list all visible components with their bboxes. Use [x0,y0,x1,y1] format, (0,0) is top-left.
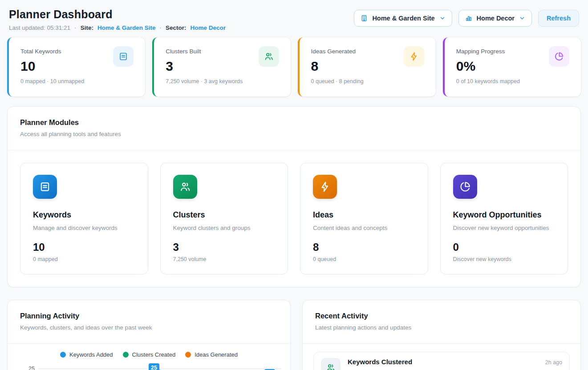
svg-text:25: 25 [151,365,157,370]
module-title: Keywords [33,210,135,220]
site-selector-dropdown[interactable]: Home & Garden Site [354,10,452,27]
legend-dot [123,352,129,358]
module-value: 10 [33,242,135,253]
planning-activity-chart: Keywords Added Clusters Created Ideas Ge… [8,351,290,370]
building-icon [361,15,368,22]
sector-link[interactable]: Home Decor [190,24,226,31]
module-description: Content ideas and concepts [313,225,415,231]
panel-title: Recent Activity [315,312,568,320]
site-label: Site: [81,24,93,31]
activity-content: Keywords Clustered 2h ago 3 new clusters… [348,358,562,370]
module-subtext: 0 queued [313,256,415,262]
planner-dashboard-page: Planner Dashboard Last updated: 05:31:21… [0,0,588,370]
chart-legend: Keywords Added Clusters Created Ideas Ge… [8,351,290,358]
recent-activity-header: Recent Activity Latest planning actions … [303,300,580,344]
panel-subtitle: Access all planning tools and features [20,131,568,137]
module-description: Keyword clusters and groups [173,225,276,231]
modules-grid: Keywords Manage and discover keywords 10… [8,150,580,287]
panel-subtitle: Keywords, clusters, and ideas over the p… [20,324,278,331]
last-updated-text: Last updated: 05:31:21 [9,24,70,31]
activity-title: Keywords Clustered [348,358,412,366]
dot-separator: · [74,24,77,31]
module-title: Clusters [173,210,276,220]
module-description: Manage and discover keywords [33,225,135,231]
legend-label: Clusters Created [132,351,176,358]
legend-label: Keywords Added [69,351,113,358]
module-value: 3 [173,242,276,253]
stat-subtext: 7,250 volume · 3 avg keywords [166,78,280,84]
planner-modules-panel: Planner Modules Access all planning tool… [7,106,581,287]
legend-item-ideas-generated[interactable]: Ideas Generated [185,351,238,358]
module-card-ideas[interactable]: Ideas Content ideas and concepts 8 0 que… [300,163,428,274]
stat-card-total-keywords: Total Keywords 10 0 mapped · 10 unmapped [7,37,145,97]
site-selector-value: Home & Garden Site [372,15,434,22]
document-icon [33,175,57,199]
meta-row: Last updated: 05:31:21 · Site: Home & Ga… [9,24,226,31]
lightning-icon [313,175,337,199]
panel-subtitle: Latest planning actions and updates [315,324,568,331]
recent-activity-panel: Recent Activity Latest planning actions … [302,300,581,370]
legend-item-keywords-added[interactable]: Keywords Added [60,351,113,358]
users-icon [259,46,279,67]
stat-subtext: 0 mapped · 10 unmapped [20,78,134,84]
point-label-badge-25: 25 [149,363,159,370]
module-card-keyword-opportunities[interactable]: Keyword Opportunities Discover new keywo… [440,163,568,274]
planner-modules-header: Planner Modules Access all planning tool… [8,107,580,150]
sector-selector-value: Home Decor [477,15,515,22]
bottom-row: Planning Activity Keywords, clusters, an… [7,300,581,370]
planning-activity-header: Planning Activity Keywords, clusters, an… [8,300,290,344]
stats-row: Total Keywords 10 0 mapped · 10 unmapped… [7,37,581,97]
module-title: Keyword Opportunities [453,210,556,220]
legend-label: Ideas Generated [195,351,238,358]
topbar: Planner Dashboard Last updated: 05:31:21… [7,8,581,31]
chevron-down-icon [519,15,525,21]
activity-timestamp: 2h ago [545,359,562,366]
planning-activity-panel: Planning Activity Keywords, clusters, an… [7,300,291,370]
stat-card-clusters-built: Clusters Built 3 7,250 volume · 3 avg ke… [152,37,290,97]
module-subtext: Discover new keywords [453,256,556,262]
refresh-button[interactable]: Refresh [538,10,579,27]
activity-item-keywords-clustered[interactable]: Keywords Clustered 2h ago 3 new clusters… [313,352,570,370]
recent-activity-list: Keywords Clustered 2h ago 3 new clusters… [303,344,580,370]
stat-subtext: 0 of 10 keywords mapped [456,78,570,84]
panel-title: Planner Modules [20,118,568,127]
bar-chart-icon [465,15,472,22]
sector-selector-dropdown[interactable]: Home Decor [458,10,532,27]
pie-chart-icon [453,175,477,199]
document-icon [113,46,134,67]
title-block: Planner Dashboard Last updated: 05:31:21… [9,8,226,31]
module-card-clusters[interactable]: Clusters Keyword clusters and groups 3 7… [160,163,288,274]
module-card-keywords[interactable]: Keywords Manage and discover keywords 10… [20,163,148,274]
dot-separator: · [159,24,162,31]
page-title: Planner Dashboard [9,8,226,21]
site-link[interactable]: Home & Garden Site [97,24,156,31]
lightning-icon [404,46,424,67]
stat-card-ideas-generated: Ideas Generated 8 0 queued · 8 pending [298,37,436,97]
module-subtext: 0 mapped [33,256,135,262]
area-chart-svg: 25 25 24 [8,360,291,370]
module-description: Discover new keyword opportunities [453,225,556,231]
y-axis-tick-label: 25 [28,366,35,370]
module-title: Ideas [313,210,415,220]
users-icon [173,175,197,199]
stat-subtext: 0 queued · 8 pending [311,78,425,84]
legend-dot [60,352,66,358]
panel-title: Planning Activity [20,312,278,320]
module-subtext: 7,250 volume [173,256,276,262]
legend-item-clusters-created[interactable]: Clusters Created [123,351,176,358]
module-value: 8 [313,242,415,253]
users-icon [321,358,341,370]
module-value: 0 [453,242,556,253]
chevron-down-icon [439,15,446,21]
sector-label: Sector: [166,24,187,31]
stat-card-mapping-progress: Mapping Progress 0% 0 of 10 keywords map… [443,37,581,97]
legend-dot [185,352,191,358]
pie-chart-icon [549,46,569,67]
header-controls: Home & Garden Site Home Decor Refresh [354,10,579,27]
